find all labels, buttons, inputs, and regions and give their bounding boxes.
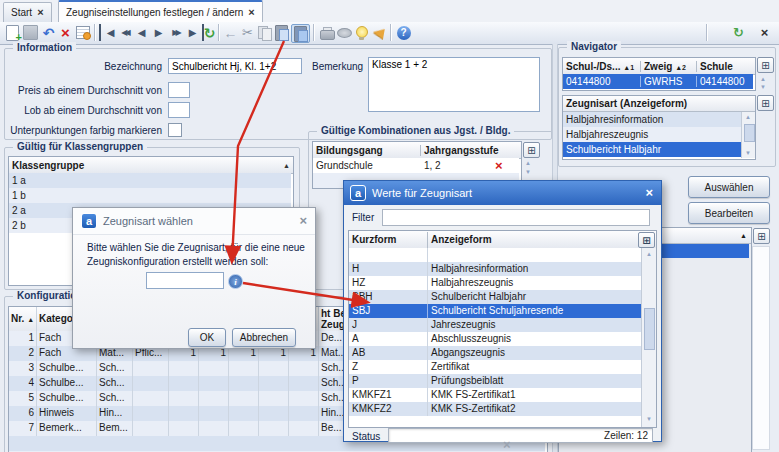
klassengruppe-value: 1 a — [12, 175, 26, 186]
list-row-selected[interactable]: SBJSchulbericht Schuljahresende — [349, 304, 642, 318]
scrollbar[interactable]: ▲ ▼ — [741, 112, 755, 158]
list-row[interactable]: AAbschlusszeugnis — [349, 332, 642, 346]
schule-column[interactable]: Schule — [697, 61, 755, 72]
list-row[interactable]: JJahreszeugnis — [349, 318, 642, 332]
list-row[interactable]: ZZertifikat — [349, 360, 642, 374]
list-row[interactable]: HZHalbjahreszeugnis — [349, 276, 642, 290]
auswaehlen-button[interactable]: Auswählen — [688, 176, 770, 198]
bildungsgang-column[interactable]: Bildungsgang — [313, 145, 421, 156]
kurzform-value: P — [349, 374, 428, 388]
scroll-up-icon[interactable]: ▲ — [760, 76, 766, 82]
cell — [133, 406, 169, 421]
cell — [289, 406, 319, 421]
copy-icon[interactable] — [256, 24, 273, 41]
scrollbar-thumb[interactable] — [744, 124, 755, 142]
lob-input[interactable] — [168, 102, 190, 118]
list-item[interactable]: 1 b — [9, 188, 291, 203]
grid-settings-icon[interactable]: ⊞ — [757, 57, 774, 73]
scroll-down-icon[interactable]: ▼ — [646, 416, 652, 422]
scroll-down-icon[interactable]: ▼ — [760, 84, 766, 90]
scroll-down-icon[interactable]: ▼ — [745, 150, 751, 156]
list-row[interactable]: PPrüfungsbeiblatt — [349, 374, 642, 388]
klassengruppe-header[interactable]: Klassengruppe ▲ — [9, 157, 293, 174]
jahrgangsstufe-column[interactable]: Jahrgangsstufe — [421, 145, 499, 156]
zeugnisart-column[interactable]: Zeugnisart (Anzeigeform) — [563, 96, 755, 112]
list-item[interactable]: Halbjahreszeugnis — [563, 127, 741, 142]
hint-bulb-icon[interactable] — [353, 24, 370, 41]
new-record-icon[interactable]: + — [4, 24, 21, 41]
nr-column[interactable]: Nr. ▲ — [9, 307, 37, 331]
preis-input[interactable] — [168, 82, 190, 98]
list-row[interactable]: KMKFZ1KMK FS-Zertifikat1 — [349, 388, 642, 402]
save-icon[interactable] — [22, 24, 39, 41]
table-row-selected[interactable]: 04144800 GWRHS 04144800 — [563, 74, 753, 89]
paste-special-icon[interactable] — [291, 24, 310, 43]
bearbeiten-button[interactable]: Bearbeiten — [688, 202, 770, 224]
scrollbar[interactable]: ▲ ▼ — [641, 248, 656, 427]
dialog-titlebar[interactable]: a Werte für Zeugnisart × — [344, 181, 661, 205]
list-row[interactable]: KMKFZ2KMK FS-Zertifikat2 — [349, 402, 642, 416]
table-row[interactable]: Grundschule 1, 2 × — [313, 158, 519, 173]
status-label: Status — [352, 431, 380, 442]
sort-icon: ▲2 — [675, 64, 686, 71]
list-row[interactable]: ABAbgangszeugnis — [349, 346, 642, 360]
refresh-icon[interactable]: ↻ — [201, 24, 218, 41]
delete-row-icon[interactable]: × — [495, 158, 503, 173]
grid-settings-icon[interactable]: ⊞ — [757, 95, 774, 111]
kurzform-column[interactable]: Kurzform — [349, 232, 428, 248]
grid-settings-icon[interactable]: ⊞ — [523, 142, 540, 158]
nav-next-icon[interactable]: ▶ — [150, 24, 167, 41]
cut-icon[interactable]: ✂ — [239, 24, 256, 41]
abbrechen-button[interactable]: Abbrechen — [232, 328, 296, 347]
anzeigeform-value: Halbjahreszeugnis — [428, 276, 642, 290]
tab-start[interactable]: Start × — [3, 2, 52, 22]
toolbar-separator — [706, 24, 707, 41]
print-icon[interactable] — [318, 24, 335, 41]
panel-restore-icon[interactable]: ↻ — [730, 24, 747, 41]
bemerkung-textarea[interactable]: Klasse 1 + 2 — [368, 57, 540, 112]
panel-close-icon[interactable]: × — [756, 24, 773, 41]
scroll-down-icon[interactable]: ▼ — [525, 169, 531, 175]
scroll-up-icon[interactable]: ▲ — [646, 251, 652, 257]
scroll-up-icon[interactable]: ▲ — [525, 160, 531, 166]
list-row[interactable]: HHalbjahresinformation — [349, 262, 642, 276]
close-icon[interactable]: × — [299, 214, 307, 227]
filter-input[interactable] — [382, 209, 650, 226]
back-arrow-icon[interactable]: ← — [222, 24, 239, 41]
filter-row[interactable] — [349, 248, 642, 263]
scroll-up-icon[interactable]: ▲ — [745, 114, 751, 120]
klassengruppe-value: 1 b — [12, 190, 26, 201]
scrollbar-track[interactable] — [752, 246, 770, 450]
paste-icon[interactable] — [273, 24, 290, 41]
export-disc-icon[interactable] — [336, 24, 353, 41]
grid-settings-icon[interactable]: ⊞ — [638, 232, 655, 248]
delete-icon[interactable]: × — [57, 24, 74, 41]
close-icon[interactable]: × — [248, 7, 254, 18]
edit-form-icon[interactable] — [74, 24, 91, 41]
scrollbar-thumb[interactable] — [644, 308, 655, 350]
ok-button[interactable]: OK — [188, 328, 226, 347]
dialog-message-line1: Bitte wählen Sie die Zeugnisart, für die… — [87, 242, 305, 253]
nav-prev-icon[interactable]: ◀ — [133, 24, 150, 41]
grid-settings-icon[interactable]: ⊞ — [753, 228, 770, 244]
undo-icon[interactable]: ↶ — [40, 24, 57, 41]
info-icon[interactable]: i — [228, 274, 243, 289]
unterpunktungen-checkbox[interactable] — [168, 123, 182, 137]
close-icon[interactable]: × — [645, 186, 653, 199]
help-icon[interactable]: ? — [395, 24, 412, 41]
cell: Sch... — [97, 391, 133, 406]
zweig-column[interactable]: Zweig ▲2 — [641, 61, 697, 72]
dialog-titlebar[interactable]: a Zeugnisart wählen × — [73, 208, 315, 235]
tab-zeugniseinstellungen[interactable]: Zeugniseinstellungen festlegen / ändern … — [58, 0, 263, 22]
bildungsgang-value: Grundschule — [313, 160, 421, 171]
notification-horn-icon[interactable] — [370, 24, 387, 41]
list-item-selected[interactable]: Schulbericht Halbjahr — [563, 142, 741, 157]
anzeigeform-column[interactable]: Anzeigeform — [428, 232, 638, 248]
zeugnisart-input[interactable] — [146, 272, 224, 289]
bezeichnung-input[interactable] — [168, 58, 302, 74]
list-item[interactable]: 1 a — [9, 173, 291, 188]
close-icon[interactable]: × — [37, 7, 43, 18]
list-row[interactable]: SBHSchulbericht Halbjahr — [349, 290, 642, 304]
list-item[interactable]: Halbjahresinformation — [563, 112, 741, 127]
schul-column[interactable]: Schul-/Ds... ▲1 — [563, 61, 641, 72]
